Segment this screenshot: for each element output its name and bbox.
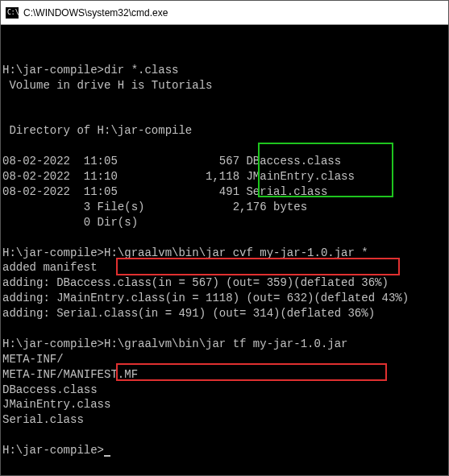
file-row: 08-02-2022 11:05 567 DBaccess.class: [2, 155, 341, 168]
cursor: [104, 455, 110, 457]
prompt: H:\jar-compile>: [2, 246, 104, 259]
command-text: dir *.class: [104, 64, 178, 77]
prompt: H:\jar-compile>: [2, 444, 104, 457]
output-line: adding: DBaccess.class(in = 567) (out= 3…: [2, 276, 389, 289]
output-line: META-INF/MANIFEST.MF: [2, 368, 138, 381]
output-line: META-INF/: [2, 353, 64, 366]
file-row: 08-02-2022 11:10 1,118 JMainEntry.class: [2, 170, 355, 183]
output-line: Directory of H:\jar-compile: [2, 124, 192, 137]
output-line: adding: Serial.class(in = 491) (out= 314…: [2, 307, 375, 320]
output-line: adding: JMainEntry.class(in = 1118) (out…: [2, 292, 409, 304]
prompt: H:\jar-compile>: [2, 337, 104, 350]
output-line: DBaccess.class: [2, 383, 98, 396]
window-titlebar[interactable]: C:\. C:\WINDOWS\system32\cmd.exe: [1, 1, 448, 25]
output-line: Serial.class: [2, 413, 84, 426]
window-title: C:\WINDOWS\system32\cmd.exe: [23, 7, 168, 19]
terminal-output[interactable]: H:\jar-compile>dir *.class Volume in dri…: [1, 25, 448, 460]
cmd-icon: C:\.: [6, 7, 19, 19]
output-line: added manifest: [2, 261, 98, 274]
command-text: H:\graalvm\bin\jar tf my-jar-1.0.jar: [104, 337, 347, 350]
output-line: Volume in drive H is Tutorials: [2, 79, 212, 92]
output-line: JMainEntry.class: [2, 398, 110, 411]
output-line: 3 File(s) 2,176 bytes: [2, 201, 307, 213]
command-text: H:\graalvm\bin\jar cvf my-jar-1.0.jar *: [104, 246, 368, 259]
prompt: H:\jar-compile>: [2, 64, 104, 77]
output-line: 0 Dir(s): [2, 216, 138, 229]
file-row: 08-02-2022 11:05 491 Serial.class: [2, 185, 327, 198]
